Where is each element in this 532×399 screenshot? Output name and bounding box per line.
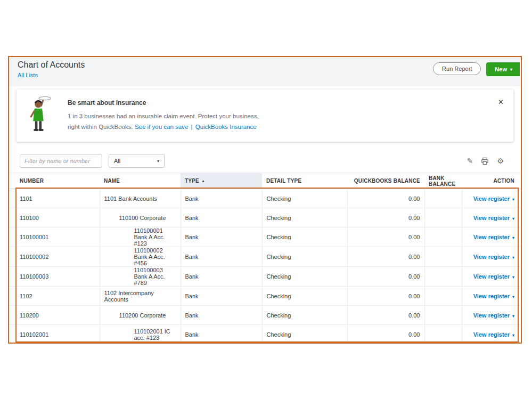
- account-bank-balance: [424, 208, 462, 227]
- account-row: 1101 1101 Bank Accounts Bank Checking 0.…: [9, 189, 521, 208]
- table-header-row: NUMBER NAME TYPE▲ DETAIL TYPE QUICKBOOKS…: [9, 173, 521, 189]
- account-bank-balance: [424, 287, 462, 306]
- chevron-down-icon: ▾: [512, 216, 514, 221]
- account-quickbooks-balance: 0.00: [347, 267, 424, 287]
- gear-icon[interactable]: ⚙: [497, 157, 504, 165]
- account-bank-balance: [424, 247, 462, 267]
- chevron-down-icon: ▾: [512, 235, 514, 240]
- account-row: 110200 110200 Corporate Bank Checking 0.…: [9, 306, 521, 325]
- banner-text: Be smart about insurance 1 in 3 business…: [68, 99, 259, 132]
- account-type: Bank: [181, 287, 262, 306]
- account-action-cell: View register▾: [462, 189, 521, 208]
- new-button[interactable]: New ▾: [486, 62, 520, 76]
- close-icon[interactable]: ✕: [497, 97, 505, 107]
- view-register-link[interactable]: View register▾: [473, 234, 514, 240]
- account-detail-type: Checking: [262, 208, 347, 227]
- sort-asc-icon: ▲: [201, 179, 205, 183]
- accounts-table-section: NUMBER NAME TYPE▲ DETAIL TYPE QUICKBOOKS…: [9, 173, 521, 343]
- account-name: 1101 Bank Accounts: [100, 189, 181, 208]
- column-header-quickbooks-balance[interactable]: QUICKBOOKS BALANCE: [347, 173, 424, 189]
- chevron-down-icon: ▾: [512, 197, 514, 202]
- account-action-cell: View register▾: [462, 247, 521, 267]
- chevron-down-icon: ▾: [157, 159, 159, 164]
- view-register-link[interactable]: View register▾: [473, 254, 514, 260]
- view-register-link[interactable]: View register▾: [473, 273, 514, 280]
- page-title: Chart of Accounts: [18, 60, 85, 70]
- title-block: Chart of Accounts All Lists: [18, 60, 85, 79]
- account-type: Bank: [181, 325, 262, 343]
- view-register-link[interactable]: View register▾: [473, 312, 514, 319]
- account-row: 110100002 110100002 Bank A Acc. #456 Ban…: [9, 247, 521, 267]
- view-register-link[interactable]: View register▾: [473, 196, 514, 202]
- new-button-label: New: [495, 66, 507, 72]
- account-action-cell: View register▾: [462, 267, 521, 287]
- account-row: 110102001 110102001 IC acc. #123 Bank Ch…: [9, 325, 521, 343]
- column-header-name[interactable]: NAME: [100, 173, 181, 189]
- account-quickbooks-balance: 0.00: [347, 306, 424, 325]
- view-register-link[interactable]: View register▾: [473, 215, 514, 221]
- table-tools: ✎ ⚙: [467, 157, 510, 165]
- account-action-cell: View register▾: [462, 306, 521, 325]
- column-header-action: ACTION: [462, 173, 521, 189]
- account-row: 110100001 110100001 Bank A Acc. #123 Ban…: [9, 227, 521, 247]
- page-header: Chart of Accounts All Lists Run Report N…: [9, 57, 521, 86]
- account-type: Bank: [181, 267, 262, 287]
- column-header-bank-balance[interactable]: BANK BALANCE: [424, 173, 462, 189]
- account-action-cell: View register▾: [462, 208, 521, 227]
- banner-line-2: right within QuickBooks. See if you can …: [68, 121, 259, 132]
- account-action-cell: View register▾: [462, 325, 521, 343]
- column-header-detail-type[interactable]: DETAIL TYPE: [262, 173, 347, 189]
- type-filter-value: All: [114, 158, 120, 164]
- account-number: 1101: [9, 189, 100, 208]
- account-number: 1102: [9, 287, 100, 306]
- account-name: 110102001 IC acc. #123: [100, 325, 181, 343]
- see-if-you-can-save-link[interactable]: See if you can save: [135, 124, 188, 130]
- account-type: Bank: [181, 189, 262, 208]
- account-type: Bank: [181, 208, 262, 227]
- account-name: 110100002 Bank A Acc. #456: [100, 247, 181, 267]
- column-header-number[interactable]: NUMBER: [9, 173, 100, 189]
- account-type: Bank: [181, 306, 262, 325]
- account-action-cell: View register▾: [462, 287, 521, 306]
- account-number: 110102001: [9, 325, 100, 343]
- type-filter-select[interactable]: All ▾: [109, 154, 165, 168]
- account-quickbooks-balance: 0.00: [347, 325, 424, 343]
- account-detail-type: Checking: [262, 267, 347, 287]
- account-quickbooks-balance: 0.00: [347, 287, 424, 306]
- account-number: 110100: [9, 208, 100, 227]
- view-register-link[interactable]: View register▾: [473, 293, 514, 299]
- accounts-table: NUMBER NAME TYPE▲ DETAIL TYPE QUICKBOOKS…: [9, 173, 521, 343]
- account-bank-balance: [424, 189, 462, 208]
- banner-line-1: 1 in 3 businesses had an insurable claim…: [68, 111, 259, 121]
- chevron-down-icon: ▾: [512, 275, 514, 280]
- edit-icon[interactable]: ✎: [467, 157, 473, 165]
- print-icon[interactable]: [481, 157, 489, 165]
- all-lists-link[interactable]: All Lists: [18, 72, 38, 78]
- column-header-type[interactable]: TYPE▲: [181, 173, 262, 189]
- account-type: Bank: [181, 247, 262, 267]
- account-name: 110100 Corporate: [100, 208, 181, 227]
- account-detail-type: Checking: [262, 227, 347, 247]
- account-quickbooks-balance: 0.00: [347, 227, 424, 247]
- accounts-table-body: 1101 1101 Bank Accounts Bank Checking 0.…: [9, 189, 521, 343]
- banner-line-2-text: right within QuickBooks.: [68, 124, 133, 130]
- account-number: 110200: [9, 306, 100, 325]
- account-number: 110100002: [9, 247, 100, 267]
- chevron-down-icon: ▾: [510, 67, 512, 72]
- account-number: 110100001: [9, 227, 100, 247]
- account-bank-balance: [424, 325, 462, 343]
- quickbooks-insurance-link[interactable]: QuickBooks Insurance: [195, 124, 257, 130]
- account-detail-type: Checking: [262, 306, 347, 325]
- account-row: 110100 110100 Corporate Bank Checking 0.…: [9, 208, 521, 227]
- account-detail-type: Checking: [262, 325, 347, 343]
- account-bank-balance: [424, 306, 462, 325]
- filter-input[interactable]: [20, 154, 102, 168]
- account-quickbooks-balance: 0.00: [347, 247, 424, 267]
- account-name: 110200 Corporate: [100, 306, 181, 325]
- chevron-down-icon: ▾: [512, 333, 514, 338]
- view-register-link[interactable]: View register▾: [473, 331, 514, 338]
- account-action-cell: View register▾: [462, 227, 521, 247]
- account-type: Bank: [181, 227, 262, 247]
- account-name: 110100001 Bank A Acc. #123: [100, 227, 181, 247]
- run-report-button[interactable]: Run Report: [433, 62, 481, 75]
